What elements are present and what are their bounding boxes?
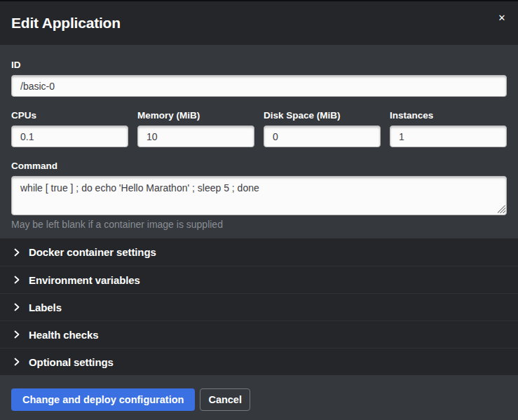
close-icon[interactable]: ✕ [494, 10, 510, 25]
section-title: Optional settings [29, 356, 114, 368]
section-title: Health checks [29, 329, 99, 341]
cpus-label: CPUs [11, 110, 128, 121]
instances-input[interactable] [390, 126, 507, 147]
id-input[interactable] [11, 75, 507, 97]
application-form: ID CPUs Memory (MiB) Disk Space (MiB) In… [0, 45, 518, 238]
chevron-right-icon [11, 329, 22, 340]
cancel-button[interactable]: Cancel [200, 388, 250, 411]
section-labels[interactable]: Labels [0, 293, 518, 320]
instances-field-group: Instances [390, 110, 507, 147]
collapsible-sections: Docker container settings Environment va… [0, 238, 518, 375]
disk-space-label: Disk Space (MiB) [264, 110, 381, 121]
command-label: Command [11, 161, 507, 171]
resources-field-row: CPUs Memory (MiB) Disk Space (MiB) Insta… [11, 110, 507, 147]
section-environment-variables[interactable]: Environment variables [0, 266, 518, 293]
modal-footer: Change and deploy configuration Cancel [0, 375, 518, 420]
section-health-checks[interactable]: Health checks [0, 320, 518, 348]
disk-space-field-group: Disk Space (MiB) [264, 110, 381, 147]
cpus-field-group: CPUs [11, 110, 128, 147]
chevron-right-icon [11, 302, 22, 313]
command-helper-text: May be left blank if a container image i… [11, 219, 507, 230]
section-title: Docker container settings [29, 246, 156, 258]
chevron-right-icon [11, 247, 22, 258]
modal-header: Edit Application ✕ [0, 1, 518, 45]
change-and-deploy-button[interactable]: Change and deploy configuration [11, 388, 195, 411]
chevron-right-icon [11, 274, 22, 285]
id-field-group: ID [11, 60, 507, 97]
chevron-right-icon [11, 356, 22, 367]
memory-field-group: Memory (MiB) [137, 110, 254, 147]
cpus-input[interactable] [11, 126, 128, 147]
command-textarea[interactable]: while [ true ] ; do echo 'Hello Marathon… [11, 176, 507, 215]
edit-application-modal: Edit Application ✕ ID CPUs Memory (MiB) … [0, 0, 518, 420]
section-docker-container-settings[interactable]: Docker container settings [0, 238, 518, 266]
command-field-group: Command while [ true ] ; do echo 'Hello … [11, 161, 507, 230]
section-title: Labels [29, 302, 62, 313]
memory-input[interactable] [137, 126, 254, 147]
id-label: ID [11, 60, 507, 70]
section-title: Environment variables [29, 274, 140, 286]
modal-title: Edit Application [11, 15, 121, 32]
instances-label: Instances [390, 110, 507, 121]
disk-space-input[interactable] [264, 126, 381, 147]
section-optional-settings[interactable]: Optional settings [0, 348, 518, 375]
memory-label: Memory (MiB) [137, 110, 254, 121]
